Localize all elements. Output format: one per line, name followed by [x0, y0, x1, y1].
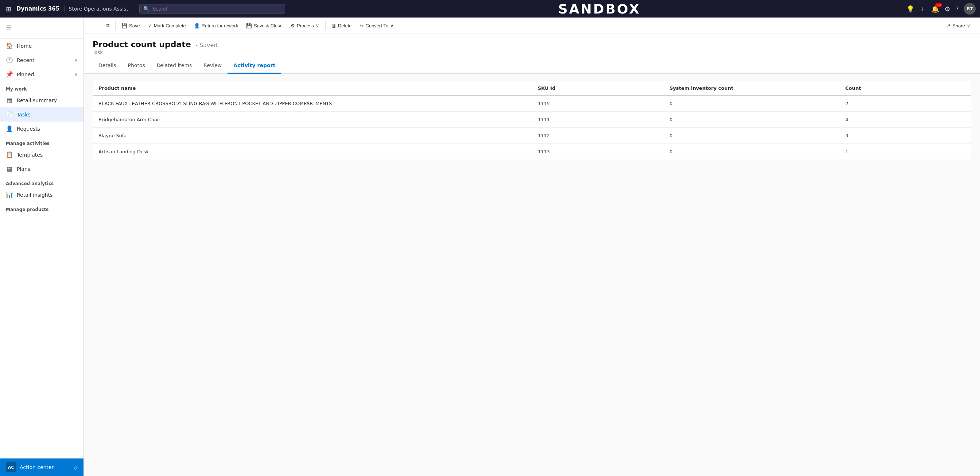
save-icon: 💾	[121, 23, 127, 29]
col-header-sku-id: SKU Id	[532, 81, 664, 96]
settings-icon[interactable]: ⚙	[944, 5, 950, 13]
grid-icon[interactable]: ⊞	[5, 4, 13, 14]
table-row[interactable]: Artisan Landing Desk 1113 0 1	[92, 144, 971, 160]
sidebar-item-home[interactable]: 🏠 Home	[0, 39, 83, 53]
table-area: Product name SKU Id System inventory cou…	[84, 74, 980, 476]
return-for-rework-button[interactable]: 👤 Return for rework	[190, 21, 242, 31]
plus-icon[interactable]: ＋	[920, 5, 926, 13]
tab-activity-report[interactable]: Activity report	[228, 59, 281, 74]
check-icon: ✓	[148, 23, 152, 29]
hamburger-icon[interactable]: ☰	[0, 21, 83, 35]
toolbar-right: ↗ Share ∨	[943, 21, 974, 31]
share-chevron[interactable]: ∨	[967, 23, 970, 29]
popout-button[interactable]: ⧉	[102, 21, 113, 31]
table-row[interactable]: BLACK FAUX LEATHER CROSSBODY SLING BAG W…	[92, 96, 971, 112]
col-header-product-name: Product name	[92, 81, 532, 96]
tab-photos[interactable]: Photos	[122, 59, 151, 74]
cell-system-inventory: 0	[664, 144, 840, 160]
manage-products-section: Manage products	[0, 202, 83, 214]
cell-system-inventory: 0	[664, 96, 840, 112]
my-work-section: My work	[0, 81, 83, 93]
retail-summary-icon: ▦	[6, 97, 13, 104]
process-label: Process	[297, 23, 314, 29]
delete-icon: 🗑	[331, 23, 336, 29]
sidebar-pinned-label: Pinned	[17, 72, 34, 77]
cell-count: 4	[840, 112, 972, 128]
sidebar-recent-label: Recent	[17, 57, 34, 63]
sidebar-item-retail-insights[interactable]: 📊 Retail insights	[0, 188, 83, 202]
sidebar-item-recent[interactable]: 🕐 Recent ∨	[0, 53, 83, 67]
action-center-avatar: AC	[6, 462, 16, 472]
cell-sku-id: 1111	[532, 112, 664, 128]
sidebar-item-requests[interactable]: 👤 Requests	[0, 121, 83, 136]
share-button[interactable]: ↗ Share ∨	[943, 21, 974, 31]
mark-complete-button[interactable]: ✓ Mark Complete	[145, 21, 189, 31]
back-button[interactable]: ←	[90, 21, 102, 31]
sidebar-item-retail-summary[interactable]: ▦ Retail summary	[0, 93, 83, 107]
sidebar-retail-insights-label: Retail insights	[17, 192, 53, 198]
user-avatar[interactable]: RT	[964, 3, 975, 14]
share-icon: ↗	[947, 23, 950, 29]
cell-sku-id: 1115	[532, 96, 664, 112]
sidebar-item-action-center[interactable]: AC Action center ◇	[0, 458, 83, 476]
cell-system-inventory: 0	[664, 128, 840, 144]
tab-details[interactable]: Details	[92, 59, 122, 74]
notification-icon[interactable]: 🔔 99	[931, 5, 939, 13]
delete-label: Delete	[338, 23, 352, 29]
tab-related-items[interactable]: Related items	[151, 59, 198, 74]
advanced-analytics-section: Advanced analytics	[0, 176, 83, 188]
sidebar-requests-label: Requests	[17, 126, 40, 132]
action-center-label: Action center	[20, 464, 54, 470]
sidebar-item-templates[interactable]: 📋 Templates	[0, 147, 83, 162]
table-header: Product name SKU Id System inventory cou…	[92, 81, 971, 96]
cell-sku-id: 1112	[532, 128, 664, 144]
delete-button[interactable]: 🗑 Delete	[328, 21, 355, 31]
retail-insights-icon: 📊	[6, 191, 13, 198]
activity-report-table: Product name SKU Id System inventory cou…	[92, 81, 971, 160]
search-icon: 🔍	[143, 6, 150, 12]
search-bar[interactable]: 🔍	[139, 4, 285, 13]
chevron-down-icon: ∨	[75, 58, 78, 63]
notification-badge: 99	[935, 3, 942, 7]
sidebar-item-tasks[interactable]: 📄 Tasks	[0, 107, 83, 121]
popout-icon: ⧉	[106, 22, 110, 29]
cell-product-name: Blayne Sofa	[92, 128, 532, 144]
app-label: Store Operations Assist	[65, 6, 128, 12]
sidebar-home-label: Home	[17, 43, 32, 49]
process-icon: ⚙	[291, 23, 295, 29]
help-icon[interactable]: ?	[955, 5, 959, 13]
lightbulb-icon[interactable]: 💡	[906, 5, 915, 13]
table-header-row: Product name SKU Id System inventory cou…	[92, 81, 971, 96]
save-and-close-button[interactable]: 💾 Save & Close	[242, 21, 286, 31]
page-subtitle: Task	[92, 50, 971, 55]
recent-icon: 🕐	[6, 57, 13, 64]
convert-to-button[interactable]: ↪ Convert To ∨	[356, 21, 398, 31]
process-chevron[interactable]: ∨	[316, 23, 320, 29]
sidebar-bottom: AC Action center ◇	[0, 458, 83, 476]
manage-activities-section: Manage activities	[0, 136, 83, 147]
search-input[interactable]	[153, 6, 281, 12]
sandbox-label: SANDBOX	[296, 2, 903, 16]
col-header-count: Count	[840, 81, 972, 96]
tab-review[interactable]: Review	[197, 59, 228, 74]
sidebar-item-plans[interactable]: ▦ Plans	[0, 162, 83, 176]
table-row[interactable]: Bridgehampton Arm Chair 1111 0 4	[92, 112, 971, 128]
plans-icon: ▦	[6, 165, 13, 172]
cell-product-name: Bridgehampton Arm Chair	[92, 112, 532, 128]
process-button[interactable]: ⚙ Process ∨	[287, 21, 323, 31]
save-button[interactable]: 💾 Save	[118, 21, 144, 31]
table-row[interactable]: Blayne Sofa 1112 0 3	[92, 128, 971, 144]
toolbar: ← ⧉ 💾 Save ✓ Mark Complete 👤 Return for …	[84, 18, 980, 34]
convert-icon: ↪	[360, 23, 364, 29]
cell-product-name: Artisan Landing Desk	[92, 144, 532, 160]
cell-count: 1	[840, 144, 972, 160]
convert-chevron[interactable]: ∨	[390, 23, 394, 29]
sidebar-item-pinned[interactable]: 📌 Pinned ∨	[0, 67, 83, 81]
convert-label: Convert To	[366, 23, 389, 29]
save-label: Save	[129, 23, 140, 29]
tasks-icon: 📄	[6, 111, 13, 118]
chevron-down-icon: ∨	[75, 72, 78, 77]
content-area: ← ⧉ 💾 Save ✓ Mark Complete 👤 Return for …	[84, 18, 980, 476]
cell-count: 3	[840, 128, 972, 144]
cell-system-inventory: 0	[664, 112, 840, 128]
